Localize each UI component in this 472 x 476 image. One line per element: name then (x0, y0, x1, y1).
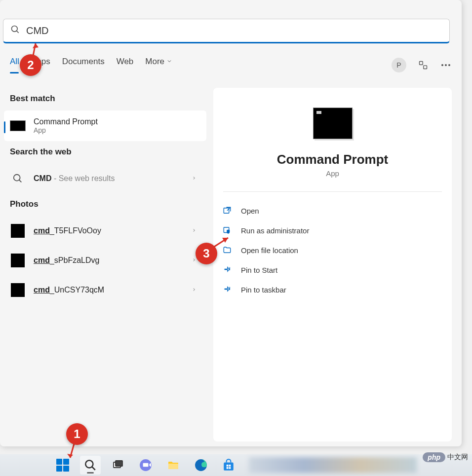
watermark-text: 中文网 (447, 453, 468, 462)
chevron-down-icon (166, 57, 172, 67)
svg-point-4 (441, 64, 443, 66)
photo-bold: cmd (34, 226, 50, 235)
chevron-right-icon (192, 286, 200, 294)
tab-all[interactable]: All (10, 57, 19, 73)
chevron-right-icon (192, 175, 200, 183)
svg-point-6 (448, 64, 450, 66)
search-box[interactable] (3, 19, 450, 43)
result-subtitle: App (34, 126, 200, 134)
web-result-bold: CMD (34, 174, 51, 183)
photo-result[interactable]: cmd_UnCSY73qcM (4, 275, 206, 305)
svg-rect-9 (224, 208, 229, 214)
photo-suffix: _UnCSY73qcM (50, 286, 104, 294)
windows-search-panel: All Apps Documents Web More P Best match (0, 0, 462, 446)
pin-to-start-action[interactable]: Pin to Start (220, 260, 445, 280)
svg-line-1 (17, 31, 19, 33)
annotation-arrow-3 (212, 234, 233, 249)
command-prompt-large-icon (313, 108, 353, 139)
svg-rect-20 (143, 463, 149, 467)
avatar[interactable]: P (392, 58, 406, 73)
pin-icon (222, 285, 232, 294)
svg-rect-25 (227, 465, 229, 467)
pin-to-taskbar-action[interactable]: Pin to taskbar (220, 280, 445, 299)
svg-rect-2 (420, 62, 423, 65)
photo-bold: cmd (34, 286, 50, 294)
tab-documents[interactable]: Documents (62, 57, 105, 73)
photo-result[interactable]: cmd_sPbFzaLDvg (4, 246, 206, 275)
search-web-header: Search the web (4, 141, 206, 164)
svg-rect-18 (116, 461, 122, 466)
open-icon (222, 206, 232, 216)
web-search-result[interactable]: CMD - See web results (4, 164, 206, 193)
tab-more[interactable]: More (145, 57, 172, 73)
best-match-header: Best match (4, 88, 206, 110)
snap-layouts-icon[interactable] (417, 59, 429, 71)
svg-point-5 (445, 64, 447, 66)
photos-header: Photos (4, 193, 206, 216)
svg-line-8 (19, 180, 22, 183)
divider (223, 191, 442, 192)
search-icon (10, 171, 26, 186)
svg-rect-26 (229, 465, 231, 467)
detail-pane: Command Prompt App Open Run as administr… (213, 88, 452, 441)
chevron-right-icon (192, 227, 200, 235)
watermark: php 中文网 (423, 452, 468, 462)
taskbar-blurred-region (249, 457, 417, 473)
open-file-location-action[interactable]: Open file location (220, 240, 445, 260)
taskbar-task-view[interactable] (108, 456, 128, 475)
action-label: Open file location (241, 246, 298, 255)
pin-icon (222, 265, 232, 275)
result-title: Command Prompt (34, 117, 200, 126)
action-label: Open (241, 207, 259, 215)
svg-point-0 (12, 26, 18, 32)
photo-bold: cmd (34, 256, 50, 264)
watermark-pill: php (423, 452, 445, 462)
action-label: Pin to Start (241, 266, 277, 274)
taskbar-chat[interactable] (135, 456, 156, 475)
svg-rect-3 (424, 66, 427, 69)
taskbar-file-explorer[interactable] (163, 456, 184, 475)
photo-thumbnail (10, 223, 26, 239)
photo-suffix: _T5FLFVoOoy (50, 226, 101, 235)
annotation-step-1: 1 (66, 423, 88, 445)
svg-rect-22 (168, 464, 178, 469)
photo-thumbnail (10, 282, 26, 298)
annotation-step-3: 3 (196, 243, 217, 264)
svg-rect-28 (229, 467, 231, 469)
svg-marker-12 (67, 454, 73, 458)
svg-marker-13 (33, 43, 39, 48)
svg-rect-24 (224, 463, 234, 471)
filter-tabs: All Apps Documents Web More P (10, 57, 452, 73)
command-prompt-icon (10, 118, 26, 134)
action-label: Pin to taskbar (241, 286, 286, 294)
open-action[interactable]: Open (220, 201, 445, 220)
svg-rect-27 (227, 467, 229, 469)
more-icon[interactable] (440, 59, 452, 71)
svg-line-16 (92, 467, 95, 470)
web-result-suffix: - See web results (51, 174, 115, 183)
search-input[interactable] (26, 25, 442, 37)
photo-result[interactable]: cmd_T5FLFVoOoy (4, 216, 206, 246)
best-match-result[interactable]: Command Prompt App (4, 110, 206, 141)
results-pane: Best match Command Prompt App Search the… (4, 88, 206, 441)
action-label: Run as administrator (241, 226, 309, 235)
taskbar-store[interactable] (218, 456, 239, 475)
photo-suffix: _sPbFzaLDvg (50, 256, 100, 264)
svg-point-7 (14, 175, 20, 181)
taskbar-edge[interactable] (191, 456, 211, 475)
detail-subtitle: App (213, 169, 452, 178)
annotation-step-2: 2 (20, 54, 41, 76)
tab-more-label: More (145, 57, 164, 67)
search-icon (10, 25, 20, 37)
run-as-admin-action[interactable]: Run as administrator (220, 220, 445, 240)
detail-title: Command Prompt (213, 152, 452, 167)
svg-point-15 (85, 460, 93, 468)
annotation-arrow-1 (64, 443, 84, 463)
photo-thumbnail (10, 253, 26, 268)
tab-web[interactable]: Web (117, 57, 134, 73)
